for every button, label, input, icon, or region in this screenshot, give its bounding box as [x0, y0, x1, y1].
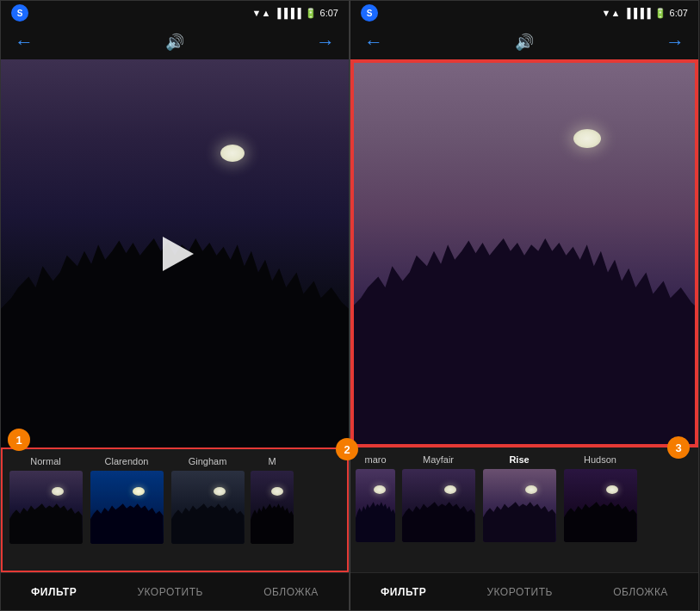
thumb-moon-mayfair [444, 485, 456, 494]
tab-cover-right[interactable]: ОБЛОЖКА [599, 579, 682, 605]
video-area-right[interactable] [350, 59, 698, 447]
signal-icon: ▐▐▐▐ [274, 8, 300, 18]
video-area-left[interactable] [1, 59, 349, 447]
filter-strip-right: 3 maro Mayfair Rise [350, 447, 698, 572]
tab-bar-left: ФИЛЬТР УКОРОТИТЬ ОБЛОЖКА [1, 572, 349, 610]
sound-icon-right[interactable]: 🔊 [515, 33, 534, 52]
status-bar-right-left: S [361, 4, 378, 22]
thumb-moon-normal [52, 487, 64, 496]
thumb-tree-mayfair [402, 502, 475, 542]
forward-button[interactable]: → [316, 31, 335, 53]
tab-trim-right[interactable]: УКОРОТИТЬ [473, 579, 567, 605]
play-button[interactable] [163, 237, 194, 271]
filter-label-hudson: Hudson [584, 454, 616, 465]
filter-thumb-hudson [564, 469, 637, 542]
status-bar-right: S ▼▲ ▐▐▐▐ 🔋 6:07 [350, 1, 698, 25]
filter-thumb-clarendon [90, 471, 164, 544]
filter-item-rise[interactable]: Rise [481, 454, 557, 569]
thumb-tree-normal [9, 503, 83, 544]
filter-label-mayfair: Mayfair [423, 454, 454, 465]
shazam-icon: S [11, 4, 28, 22]
filter-item-normal[interactable]: Normal [8, 456, 84, 567]
video-background [1, 59, 349, 447]
tab-cover-left[interactable]: ОБЛОЖКА [250, 579, 332, 605]
video-background-right [350, 59, 698, 447]
thumb-moon-gingham [214, 487, 226, 496]
step-badge-1: 1 [8, 429, 30, 451]
tab-trim-left[interactable]: УКОРОТИТЬ [123, 579, 217, 605]
wifi-icon-right: ▼▲ [602, 8, 621, 18]
thumb-moon-clarendon [133, 487, 145, 496]
filter-item-hudson[interactable]: Hudson [562, 454, 638, 569]
step-badge-3: 3 [667, 436, 690, 459]
battery-icon: 🔋 [305, 8, 317, 19]
thumb-tree-hudson [564, 502, 637, 542]
filter-strip-left: 2 Normal Clarendon Gingham [1, 447, 349, 572]
nav-bar-right: ← 🔊 → [350, 25, 698, 59]
filter-label-gingham: Gingham [189, 456, 227, 466]
filter-thumb-normal [9, 471, 83, 544]
status-bar-right-content: ▼▲ ▐▐▐▐ 🔋 6:07 [252, 8, 338, 19]
thumb-tree-gingham [171, 503, 245, 544]
thumb-tree-m [251, 503, 294, 544]
filter-items-right: maro Mayfair Rise [350, 447, 698, 572]
filter-item-m[interactable]: M [251, 456, 294, 567]
thumb-tree-rise [483, 502, 556, 542]
tab-filter-left[interactable]: ФИЛЬТР [17, 579, 90, 605]
time-display: 6:07 [320, 8, 338, 18]
back-button[interactable]: ← [15, 31, 34, 53]
time-display-right: 6:07 [670, 8, 688, 18]
thumb-moon-rise [525, 485, 537, 494]
filter-item-clarendon[interactable]: Clarendon [89, 456, 164, 567]
left-panel: S ▼▲ ▐▐▐▐ 🔋 6:07 ← 🔊 → 2 Normal [0, 0, 350, 611]
filter-items-left: Normal Clarendon Gingham [3, 449, 347, 571]
filter-label-normal: Normal [30, 456, 60, 466]
thumb-tree-clarendon [90, 503, 164, 544]
filter-label-m: M [268, 456, 276, 466]
step-badge-2: 2 [336, 438, 358, 460]
thumb-moon-hudson [606, 485, 618, 494]
filter-item-amaro[interactable]: maro [356, 454, 395, 569]
filter-thumb-m [251, 471, 294, 544]
thumb-moon-m [271, 487, 283, 496]
right-panel: S ▼▲ ▐▐▐▐ 🔋 6:07 ← 🔊 → 3 maro [350, 0, 699, 611]
filter-label-clarendon: Clarendon [105, 456, 149, 466]
filter-item-mayfair[interactable]: Mayfair [400, 454, 476, 569]
signal-icon-right: ▐▐▐▐ [623, 8, 650, 18]
filter-label-amaro: maro [364, 454, 386, 465]
sound-icon[interactable]: 🔊 [165, 33, 184, 52]
moon-element-right [573, 129, 601, 148]
status-bar-right-right: ▼▲ ▐▐▐▐ 🔋 6:07 [602, 8, 688, 19]
forward-button-right[interactable]: → [666, 31, 685, 53]
moon-element [220, 145, 245, 162]
filter-thumb-rise [483, 469, 556, 542]
filter-label-rise: Rise [509, 454, 529, 465]
filter-thumb-amaro [356, 469, 395, 542]
battery-icon-right: 🔋 [654, 8, 666, 19]
filter-thumb-gingham [171, 471, 245, 544]
tree-silhouette-right [350, 234, 698, 447]
filter-item-gingham[interactable]: Gingham [170, 456, 245, 567]
tab-bar-right: ФИЛЬТР УКОРОТИТЬ ОБЛОЖКА [350, 572, 698, 610]
thumb-moon-amaro [374, 485, 386, 494]
wifi-icon: ▼▲ [252, 8, 271, 18]
thumb-tree-amaro [356, 502, 395, 542]
shazam-icon-right: S [361, 4, 378, 22]
back-button-right[interactable]: ← [364, 31, 383, 53]
filter-thumb-mayfair [402, 469, 475, 542]
status-bar-left-content: S [11, 4, 28, 22]
tab-filter-right[interactable]: ФИЛЬТР [367, 579, 440, 605]
status-bar-left: S ▼▲ ▐▐▐▐ 🔋 6:07 [1, 1, 349, 25]
nav-bar-left: ← 🔊 → [1, 25, 349, 59]
